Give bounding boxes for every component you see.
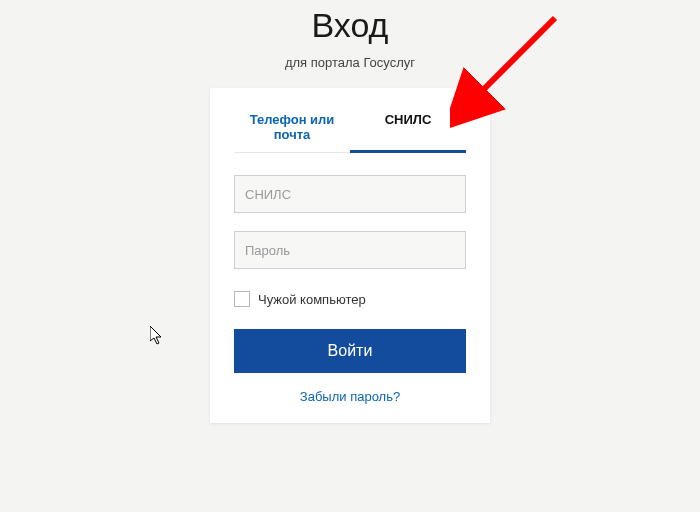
- page-title: Вход: [0, 6, 700, 45]
- mouse-cursor-icon: [150, 326, 166, 346]
- login-button[interactable]: Войти: [234, 329, 466, 373]
- tab-snils[interactable]: СНИЛС: [350, 104, 466, 152]
- snils-input[interactable]: [234, 175, 466, 213]
- tab-phone-email[interactable]: Телефон или почта: [234, 104, 350, 152]
- forgot-password-row: Забыли пароль?: [234, 387, 466, 405]
- foreign-computer-checkbox[interactable]: [234, 291, 250, 307]
- page-subtitle: для портала Госуслуг: [0, 55, 700, 70]
- foreign-computer-label: Чужой компьютер: [258, 292, 366, 307]
- forgot-password-link[interactable]: Забыли пароль?: [300, 389, 400, 404]
- foreign-computer-row: Чужой компьютер: [234, 291, 466, 307]
- login-tabs: Телефон или почта СНИЛС: [234, 104, 466, 153]
- svg-marker-2: [150, 326, 161, 344]
- password-input[interactable]: [234, 231, 466, 269]
- login-card: Телефон или почта СНИЛС Чужой компьютер …: [210, 88, 490, 423]
